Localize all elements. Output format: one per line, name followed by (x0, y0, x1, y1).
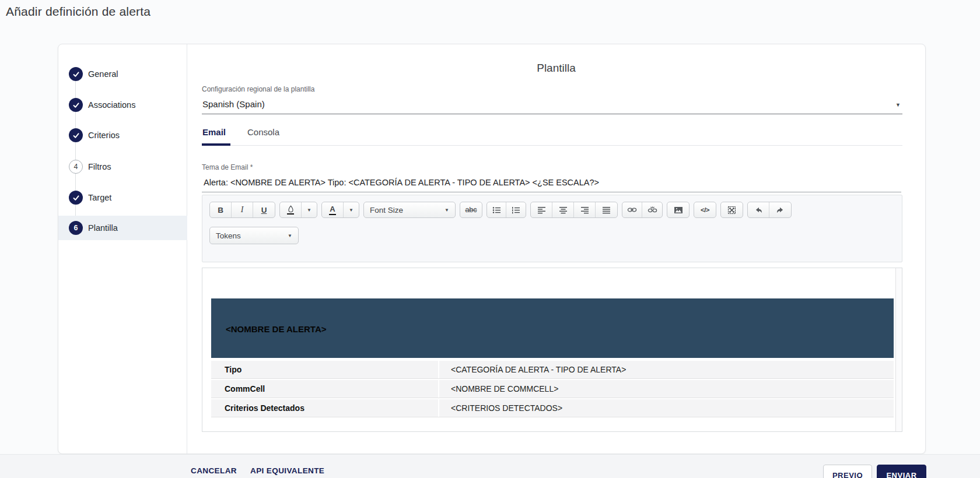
font-size-select[interactable]: Font Size ▼ (363, 202, 456, 218)
stepper-item-criterios[interactable]: Criterios (58, 123, 187, 147)
email-body-editor[interactable]: <NOMBRE DE ALERTA> Tipo <CATEGORÍA DE AL… (202, 268, 902, 432)
tokens-label: Tokens (216, 231, 241, 240)
stepper-item-associations[interactable]: Associations (58, 93, 187, 117)
tokens-select[interactable]: Tokens ▼ (209, 227, 299, 244)
table-row: Tipo <CATEGORÍA DE ALERTA - TIPO DE ALER… (211, 361, 894, 379)
wizard-card: General Associations Criterios 4 Filtros… (58, 44, 926, 454)
font-size-label: Font Size (370, 206, 403, 215)
highlight-color-group: ▼ (279, 202, 317, 218)
step-number-badge: 6 (69, 221, 83, 235)
wizard-footer: CANCELAR API EQUIVALENTE PREVIO ENVIAR (0, 454, 980, 478)
step-label: Associations (88, 100, 135, 110)
fullscreen-icon (727, 206, 736, 215)
chevron-down-icon: ▼ (444, 208, 449, 213)
locale-select[interactable]: Spanish (Spain) ▼ (202, 97, 902, 114)
email-subject-input[interactable] (202, 174, 901, 192)
font-color-group: A ▼ (321, 202, 359, 218)
font-color-button[interactable]: A (322, 202, 344, 217)
align-justify-icon (602, 206, 611, 214)
step-label: Target (88, 193, 111, 202)
redo-icon (776, 206, 785, 214)
chevron-down-icon: ▼ (349, 208, 354, 213)
font-color-letter: A (330, 205, 335, 213)
unlink-icon (648, 206, 657, 213)
bold-button[interactable]: B (210, 202, 232, 217)
image-icon (674, 206, 683, 214)
editor-scrollbar[interactable] (895, 268, 902, 431)
stepper-item-general[interactable]: General (58, 62, 187, 86)
insert-link-button[interactable] (622, 202, 642, 217)
link-group (622, 202, 663, 218)
step-completed-icon (69, 98, 83, 112)
step-label: Criterios (88, 131, 120, 140)
row-value: <CATEGORÍA DE ALERTA - TIPO DE ALERTA> (438, 361, 894, 378)
code-group: </> (694, 202, 716, 218)
step-number-badge: 4 (69, 160, 83, 174)
remove-link-button[interactable] (642, 202, 662, 217)
unordered-list-button[interactable] (487, 202, 506, 217)
undo-icon (754, 206, 763, 214)
wizard-stepper: General Associations Criterios 4 Filtros… (58, 44, 187, 454)
previous-button[interactable]: PREVIO (823, 465, 872, 478)
redo-button[interactable] (769, 202, 791, 217)
subject-field-label: Tema de Email * (202, 163, 253, 171)
tab-email[interactable]: Email (202, 127, 226, 137)
chevron-down-icon: ▼ (307, 208, 312, 213)
list-group (487, 202, 526, 218)
align-center-icon (559, 206, 568, 214)
history-group (747, 202, 792, 218)
droplet-icon (287, 205, 295, 213)
table-row: Criterios Detectados <CRITERIOS DETECTAD… (211, 399, 894, 417)
tab-consola[interactable]: Consola (247, 127, 279, 137)
stepper-item-filtros[interactable]: 4 Filtros (58, 154, 187, 179)
text-style-group: B I U (209, 202, 275, 218)
align-left-icon (537, 206, 546, 214)
highlight-color-button[interactable] (280, 202, 302, 217)
ordered-list-button[interactable] (506, 202, 526, 217)
align-right-button[interactable] (574, 202, 596, 217)
italic-button[interactable]: I (232, 202, 253, 217)
toolbar-row-1: B I U ▼ A (209, 202, 792, 218)
highlight-color-caret-button[interactable]: ▼ (302, 202, 317, 217)
strikethrough-group: abc (460, 202, 482, 218)
chevron-down-icon: ▼ (288, 233, 292, 238)
step-label: Filtros (88, 162, 111, 171)
row-label: Tipo (211, 365, 438, 374)
strikethrough-button[interactable]: abc (460, 202, 482, 217)
alert-name-token: <NOMBRE DE ALERTA> (226, 324, 327, 334)
current-highlight-color (287, 213, 294, 215)
stepper-item-target[interactable]: Target (58, 185, 187, 210)
page-title: Añadir definición de alerta (6, 5, 150, 19)
bullet-list-icon (492, 206, 501, 214)
step-label: General (88, 69, 118, 79)
cancel-button[interactable]: CANCELAR (191, 466, 237, 475)
email-preview-table: Tipo <CATEGORÍA DE ALERTA - TIPO DE ALER… (211, 361, 894, 419)
undo-button[interactable] (748, 202, 769, 217)
stepper-item-plantilla[interactable]: 6 Plantilla (58, 216, 187, 240)
align-justify-button[interactable] (596, 202, 617, 217)
step-completed-icon (69, 128, 83, 142)
submit-button[interactable]: ENVIAR (877, 465, 926, 478)
font-color-caret-button[interactable]: ▼ (344, 202, 359, 217)
step-completed-icon (69, 191, 83, 205)
active-tab-indicator (202, 143, 230, 146)
insert-image-button[interactable] (667, 202, 689, 217)
underline-button[interactable]: U (253, 202, 275, 217)
locale-field-label: Configuración regional de la plantilla (202, 85, 314, 93)
template-tabs: Email Consola (202, 125, 902, 146)
current-font-color (329, 214, 336, 216)
tabs-divider (202, 145, 902, 146)
row-value: <NOMBRE DE COMMCELL> (438, 380, 894, 398)
editor-toolbar: B I U ▼ A (202, 195, 902, 262)
section-heading: Plantilla (187, 62, 925, 75)
row-label: Criterios Detectados (211, 403, 438, 413)
align-right-icon (580, 206, 589, 214)
align-left-button[interactable] (531, 202, 552, 217)
step-completed-icon (69, 67, 83, 81)
align-center-button[interactable] (552, 202, 574, 217)
fullscreen-button[interactable] (721, 202, 743, 217)
api-equivalent-button[interactable]: API EQUIVALENTE (250, 466, 324, 475)
html-code-button[interactable]: </> (694, 202, 716, 217)
chevron-down-icon: ▼ (895, 102, 901, 108)
image-group (667, 202, 690, 218)
